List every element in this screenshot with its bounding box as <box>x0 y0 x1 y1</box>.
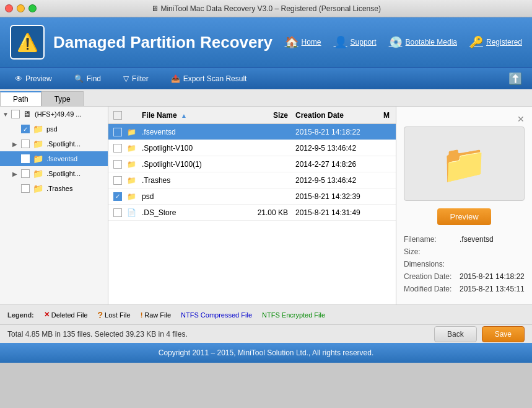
tab-bar: Path Type <box>0 89 532 107</box>
tree-check-fseventsd[interactable] <box>21 154 30 163</box>
raw-icon: ! <box>141 311 143 319</box>
tree-check-spotlight1[interactable] <box>21 140 30 148</box>
file-row-trashes[interactable]: 📁 .Trashes 2012-9-5 13:46:42 <box>108 172 396 188</box>
col-header-name[interactable]: File Name ▲ <box>139 111 241 120</box>
row-date-ds-store: 2015-8-21 14:31:49 <box>290 208 383 217</box>
row-check-psd[interactable]: ✓ <box>108 192 127 201</box>
app-logo: ⚠️ <box>10 25 45 60</box>
tab-type[interactable]: Type <box>41 91 84 106</box>
tree-item-spotlight1[interactable]: ▶ 📁 .Spotlight... <box>0 136 108 151</box>
row-name-spotlight1: .Spotlight-V100(1) <box>139 160 241 169</box>
legend-ntfs-compressed: NTFS Compressed File <box>181 311 252 319</box>
logo-icon: ⚠️ <box>17 32 38 53</box>
status-bar: Total 4.85 MB in 135 files. Selected 39.… <box>0 324 532 343</box>
col-size-label: Size <box>273 111 288 120</box>
row-checkbox[interactable] <box>113 128 122 136</box>
header-checkbox[interactable] <box>113 111 122 120</box>
tree-arrow-root: ▼ <box>2 111 10 118</box>
folder-icon: 📁 <box>127 128 136 136</box>
row-checkbox[interactable] <box>113 160 122 169</box>
app-header: ⚠️ Damaged Partition Recovery 🏠 Home 👤 S… <box>0 17 532 67</box>
row-name-spotlight: .Spotlight-V100 <box>139 144 241 153</box>
preview-close-button[interactable]: ✕ <box>517 114 525 124</box>
tree-check-root[interactable] <box>11 110 20 118</box>
preview-creation-row: Creation Date: 2015-8-21 14:18:22 <box>404 272 525 281</box>
file-row-spotlight-v100-1[interactable]: 📁 .Spotlight-V100(1) 2014-2-27 14:8:26 <box>108 156 396 172</box>
preview-dimensions-label: Dimensions: <box>404 260 460 268</box>
preview-toolbar-icon: 👁 <box>15 74 22 83</box>
filter-button[interactable]: ▽ Filter <box>118 72 154 86</box>
legend-title: Legend: <box>7 311 34 319</box>
preview-filename-value: .fseventsd <box>460 235 494 244</box>
drive-icon: 🖥 <box>23 109 32 119</box>
save-button[interactable]: Save <box>482 326 525 342</box>
tab-path-label: Path <box>13 95 28 104</box>
export-icon: 📤 <box>171 74 180 83</box>
row-type-icon-ds-store: 📄 <box>127 208 139 217</box>
file-row-spotlight-v100[interactable]: 📁 .Spotlight-V100 2012-9-5 13:46:42 <box>108 140 396 156</box>
col-header-size[interactable]: Size <box>241 111 290 120</box>
share-button[interactable]: ⬆️ <box>508 72 522 86</box>
preview-button[interactable]: 👁 Preview <box>10 72 57 86</box>
row-date-fseventsd: 2015-8-21 14:18:22 <box>290 128 383 136</box>
row-type-icon-spotlight: 📁 <box>127 144 139 153</box>
file-row-fseventsd[interactable]: 📁 .fseventsd 2015-8-21 14:18:22 <box>108 124 396 140</box>
back-button[interactable]: Back <box>434 326 477 342</box>
tree-label-fseventsd: .fseventsd <box>46 155 77 162</box>
file-table-header: File Name ▲ Size Creation Date M <box>108 107 396 124</box>
tree-item-trashes[interactable]: 📁 .Trashes <box>0 181 108 196</box>
nav-home[interactable]: 🏠 Home <box>285 35 321 49</box>
tree-item-psd[interactable]: ✓ 📁 psd <box>0 122 108 136</box>
file-list-area: File Name ▲ Size Creation Date M 📁 <box>108 107 396 304</box>
file-row-psd[interactable]: ✓ 📁 psd 2015-8-21 14:32:39 <box>108 188 396 205</box>
maximize-button[interactable] <box>28 4 37 12</box>
row-checkbox[interactable] <box>113 208 122 217</box>
preview-filename-label: Filename: <box>404 235 460 244</box>
row-checkbox[interactable] <box>113 144 122 153</box>
preview-size-label: Size: <box>404 247 460 256</box>
row-check-spotlight1[interactable] <box>108 160 127 169</box>
nav-support-label: Support <box>351 38 377 47</box>
folder-icon: 📁 <box>127 192 136 201</box>
raw-label: Raw File <box>144 311 171 319</box>
row-check-ds-store[interactable] <box>108 208 127 217</box>
nav-home-label: Home <box>302 38 321 47</box>
tree-item-fseventsd[interactable]: 📁 .fseventsd <box>0 151 108 166</box>
ntfs-compressed-label: NTFS Compressed File <box>181 311 252 319</box>
tab-path[interactable]: Path <box>0 91 41 106</box>
row-check-trashes[interactable] <box>108 176 127 185</box>
window-controls[interactable] <box>5 4 37 12</box>
row-checkbox-checked[interactable]: ✓ <box>113 192 122 201</box>
tree-label-spotlight1: .Spotlight... <box>46 140 81 148</box>
row-type-icon-spotlight1: 📁 <box>127 160 139 169</box>
find-button[interactable]: 🔍 Find <box>69 72 106 86</box>
find-label: Find <box>87 74 101 83</box>
tree-item-root[interactable]: ▼ 🖥 (HFS+)49.49 ... <box>0 107 108 122</box>
nav-support[interactable]: 👤 Support <box>334 35 377 49</box>
tree-item-spotlight2[interactable]: ▶ 📁 .Spotlight... <box>0 166 108 181</box>
row-check-fseventsd[interactable] <box>108 128 127 136</box>
folder-icon-trashes: 📁 <box>33 184 43 193</box>
legend-raw: ! Raw File <box>141 311 171 319</box>
find-icon: 🔍 <box>74 74 84 83</box>
nav-registered[interactable]: 🔑 Registered <box>469 35 522 49</box>
preview-modified-label: Modified Date: <box>404 285 460 293</box>
lost-label: Lost File <box>105 311 131 319</box>
minimize-button[interactable] <box>17 4 25 12</box>
row-check-spotlight[interactable] <box>108 144 127 153</box>
col-header-date[interactable]: Creation Date <box>290 111 383 120</box>
status-text: Total 4.85 MB in 135 files. Selected 39.… <box>7 330 429 339</box>
tree-check-trashes[interactable] <box>21 184 30 193</box>
file-row-ds-store[interactable]: 📄 .DS_Store 21.00 KB 2015-8-21 14:31:49 <box>108 205 396 221</box>
preview-size-row: Size: <box>404 247 525 256</box>
tree-check-psd[interactable]: ✓ <box>21 125 30 133</box>
tree-check-spotlight2[interactable] <box>21 169 30 178</box>
preview-action-button[interactable]: Preview <box>437 208 491 225</box>
nav-bootable[interactable]: 💿 Bootable Media <box>389 35 457 49</box>
row-checkbox[interactable] <box>113 176 122 185</box>
export-button[interactable]: 📤 Export Scan Result <box>166 72 252 86</box>
row-date-spotlight1: 2014-2-27 14:8:26 <box>290 160 383 169</box>
close-button[interactable] <box>5 4 13 12</box>
file-table-body: 📁 .fseventsd 2015-8-21 14:18:22 <box>108 124 396 304</box>
nav-registered-label: Registered <box>486 38 522 47</box>
